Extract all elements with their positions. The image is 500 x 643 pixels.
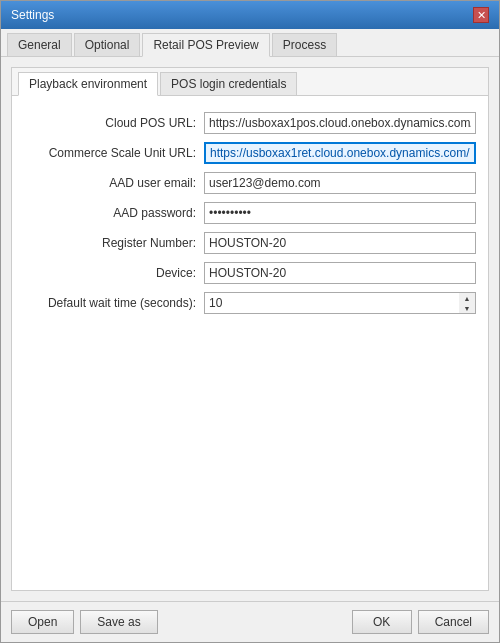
aad-password-label: AAD password:: [24, 206, 204, 220]
settings-window: Settings ✕ General Optional Retail POS P…: [0, 0, 500, 643]
device-label: Device:: [24, 266, 204, 280]
title-bar: Settings ✕: [1, 1, 499, 29]
wait-time-input[interactable]: [204, 292, 459, 314]
ok-button[interactable]: OK: [352, 610, 412, 634]
aad-password-row: AAD password:: [24, 202, 476, 224]
spinner-up-button[interactable]: ▲: [459, 293, 475, 303]
register-number-input[interactable]: [204, 232, 476, 254]
aad-email-label: AAD user email:: [24, 176, 204, 190]
spinner-arrows: ▲ ▼: [459, 292, 476, 314]
tab-process[interactable]: Process: [272, 33, 337, 56]
wait-time-label: Default wait time (seconds):: [24, 296, 204, 310]
commerce-url-row: Commerce Scale Unit URL:: [24, 142, 476, 164]
wait-time-spinner: ▲ ▼: [204, 292, 476, 314]
register-number-label: Register Number:: [24, 236, 204, 250]
save-as-button[interactable]: Save as: [80, 610, 157, 634]
cloud-pos-url-row: Cloud POS URL:: [24, 112, 476, 134]
cancel-button[interactable]: Cancel: [418, 610, 489, 634]
device-row: Device:: [24, 262, 476, 284]
cloud-pos-url-input[interactable]: [204, 112, 476, 134]
tab-playback-environment[interactable]: Playback environment: [18, 72, 158, 96]
inner-tab-bar: Playback environment POS login credentia…: [12, 68, 488, 96]
tab-pos-login-credentials[interactable]: POS login credentials: [160, 72, 297, 95]
content-area: Playback environment POS login credentia…: [1, 57, 499, 601]
window-title: Settings: [11, 8, 54, 22]
form-area: Cloud POS URL: Commerce Scale Unit URL: …: [12, 96, 488, 330]
tab-retail-pos-preview[interactable]: Retail POS Preview: [142, 33, 269, 57]
bottom-right-buttons: OK Cancel: [352, 610, 489, 634]
tab-general[interactable]: General: [7, 33, 72, 56]
top-tab-bar: General Optional Retail POS Preview Proc…: [1, 29, 499, 57]
aad-password-input[interactable]: [204, 202, 476, 224]
cloud-pos-url-label: Cloud POS URL:: [24, 116, 204, 130]
wait-time-row: Default wait time (seconds): ▲ ▼: [24, 292, 476, 314]
open-button[interactable]: Open: [11, 610, 74, 634]
aad-email-input[interactable]: [204, 172, 476, 194]
inner-panel: Playback environment POS login credentia…: [11, 67, 489, 591]
tab-optional[interactable]: Optional: [74, 33, 141, 56]
spinner-down-button[interactable]: ▼: [459, 303, 475, 313]
device-input[interactable]: [204, 262, 476, 284]
close-button[interactable]: ✕: [473, 7, 489, 23]
commerce-url-input[interactable]: [204, 142, 476, 164]
bottom-bar: Open Save as OK Cancel: [1, 601, 499, 642]
aad-email-row: AAD user email:: [24, 172, 476, 194]
bottom-left-buttons: Open Save as: [11, 610, 158, 634]
register-number-row: Register Number:: [24, 232, 476, 254]
commerce-url-label: Commerce Scale Unit URL:: [24, 146, 204, 160]
